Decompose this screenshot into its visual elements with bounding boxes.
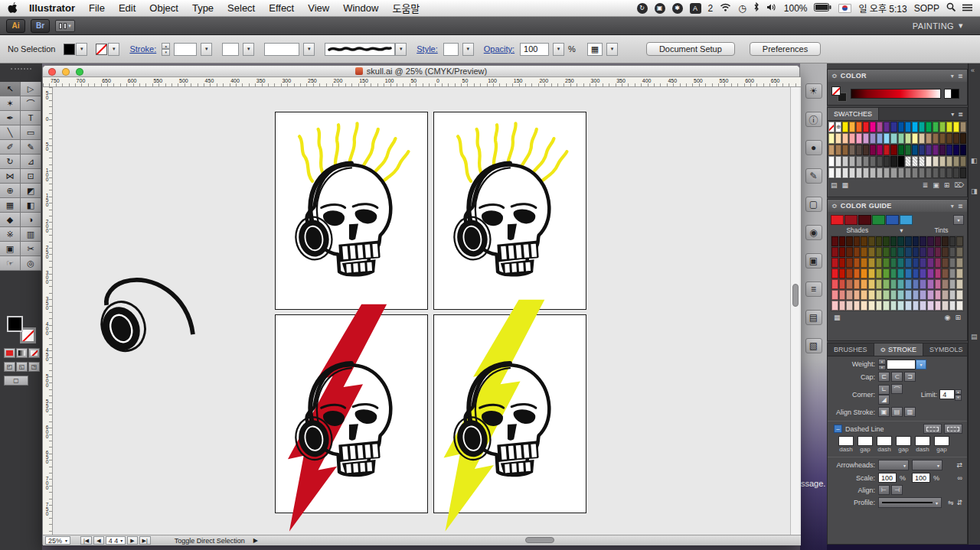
harmony-rules-dropdown[interactable]: ▾ [953,215,964,225]
weight-stepper[interactable]: ▴▾ [878,359,886,369]
color-guide-swatch[interactable] [839,268,846,278]
swatch[interactable] [870,168,876,178]
menu-item[interactable]: File [82,2,112,14]
spotlight-icon[interactable] [946,2,956,14]
screenshare-icon[interactable]: ▣ [655,3,665,14]
color-guide-swatch[interactable] [905,268,912,278]
swatch[interactable] [953,145,959,155]
color-guide-swatch[interactable] [876,236,883,246]
swatch[interactable] [898,156,904,167]
shape-builder-tool[interactable]: ⊕ [0,184,21,198]
color-guide-swatch[interactable] [846,268,853,278]
swatch[interactable] [919,156,925,167]
layers-panel-icon[interactable]: ▧ [805,338,822,353]
swatch[interactable] [828,156,835,167]
swatch[interactable] [877,156,883,167]
color-guide-swatch[interactable] [942,236,949,246]
swatch[interactable] [856,168,862,178]
color-guide-swatch[interactable] [854,290,861,300]
swatch[interactable] [905,156,911,167]
color-guide-swatch[interactable] [942,301,949,311]
selection-tool[interactable]: ↖ [0,82,21,96]
previous-artboard-button[interactable]: ◀ [93,536,103,545]
color-guide-swatch[interactable] [905,279,912,289]
color-guide-swatch[interactable] [868,236,875,246]
swatch[interactable] [828,122,835,132]
color-guide-swatch[interactable] [846,301,853,311]
swatch[interactable] [863,145,869,155]
transform-panel-icon[interactable]: ▣ [805,253,822,268]
color-guide-swatch[interactable] [942,290,949,300]
color-guide-swatch[interactable] [876,268,883,278]
swatch[interactable] [849,156,855,167]
swatch[interactable] [863,168,869,178]
link-scales-icon[interactable]: ∞ [958,474,962,482]
graphic-styles-panel-icon[interactable]: ✎ [805,168,822,184]
swatch[interactable] [835,133,841,144]
swatch[interactable] [939,122,946,132]
panel-menu-icon[interactable]: ≣ [958,111,963,118]
color-guide-swatch[interactable] [897,290,904,300]
color-guide-swatch[interactable] [846,290,853,300]
harmony-color-swatch[interactable] [900,215,913,225]
shades-label[interactable]: Shades [846,226,868,234]
color-guide-swatch[interactable] [897,258,904,268]
menu-item[interactable]: Type [185,2,220,14]
minimize-button[interactable] [62,68,70,76]
color-guide-swatch[interactable] [876,247,883,257]
harmony-color-swatch[interactable] [831,215,844,225]
zoom-dropdown-icon[interactable]: ▾ [65,538,67,543]
artboard-2[interactable] [433,112,586,310]
color-guide-swatch[interactable] [913,290,920,300]
tab-swatches[interactable]: SWATCHES [828,108,879,120]
type-tool[interactable]: T [21,111,41,125]
swatch[interactable] [849,145,855,155]
swap-arrowheads-icon[interactable]: ⇄ [956,461,962,469]
limit-field[interactable]: 4 [939,389,954,399]
apple-menu-icon[interactable] [8,2,18,14]
flip-across-icon[interactable]: ⇵ [956,499,962,506]
zoom-level-field[interactable]: 25%▾ [45,536,70,545]
color-fill-swatch[interactable] [831,86,841,96]
dock-tab-icon-1[interactable]: ◧ [971,157,978,164]
color-guide-swatch[interactable] [868,279,875,289]
symbols-panel-icon[interactable]: ◉ [805,225,822,240]
color-guide-swatch[interactable] [920,236,926,246]
swatch[interactable] [884,145,890,155]
color-guide-swatch[interactable] [927,301,934,311]
new-color-group-icon[interactable]: ▣ [933,181,939,189]
preferences-button[interactable]: Preferences [750,42,821,56]
color-guide-swatch[interactable] [935,258,942,268]
color-guide-swatch[interactable] [883,279,890,289]
dock-tab-icon-2[interactable]: ◨ [971,187,978,195]
color-guide-swatch[interactable] [956,301,963,311]
swatch[interactable] [960,168,966,178]
color-guide-swatch[interactable] [897,301,904,311]
swatch[interactable] [939,133,946,144]
flip-along-icon[interactable]: ⇋ [948,499,954,506]
swatch[interactable] [828,168,835,178]
align-stroke-button[interactable]: ▤ [891,407,903,417]
new-swatch-icon[interactable]: ⊞ [944,181,950,189]
swatch[interactable] [912,133,918,144]
swatch[interactable] [919,168,925,178]
harmony-color-swatch[interactable] [844,215,858,225]
sync-status-icon[interactable]: ↻ [637,3,648,14]
appearance-panel-icon[interactable]: ● [805,140,822,155]
color-guide-swatch[interactable] [905,290,912,300]
wifi-icon[interactable] [720,3,731,14]
swatch[interactable] [953,122,959,132]
artboard-dropdown-icon[interactable]: ▾ [120,538,122,543]
gradient-button[interactable] [16,348,28,358]
artboard-1[interactable] [275,112,428,310]
color-guide-swatch[interactable] [913,268,920,278]
document-title-bar[interactable]: skull.ai @ 25% (CMYK/Preview) [43,66,799,77]
align-arrowhead-button[interactable]: ⊢ [878,485,890,495]
swatch[interactable] [884,168,890,178]
transparency-panel-icon[interactable]: ▢ [805,197,822,212]
color-guide-swatch[interactable] [935,301,942,311]
swatch[interactable] [890,122,897,132]
color-guide-swatch[interactable] [846,279,853,289]
cap-button[interactable]: ⊐ [904,372,916,382]
panel-dropdown-icon[interactable]: ▾ [951,111,954,118]
